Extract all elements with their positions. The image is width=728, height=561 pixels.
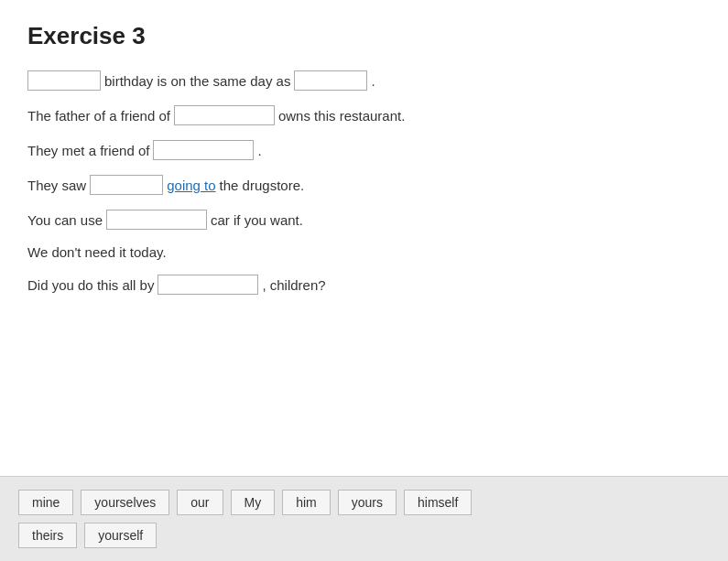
blank-s2-1[interactable] [174, 105, 275, 125]
page-title: Exercise 3 [27, 22, 701, 50]
sentence-7: Did you do this all by , children? [27, 275, 701, 295]
sentence-6: We don't need it today. [27, 244, 701, 260]
sentence-5: You can use car if you want. [27, 210, 701, 230]
text-s3-dot: . [257, 143, 261, 158]
text-s7-1: Did you do this all by [27, 277, 154, 293]
blank-s4-1[interactable] [90, 175, 163, 195]
main-content: Exercise 3 birthday is on the same day a… [0, 0, 728, 476]
sentence-4: They saw going to the drugstore. [27, 175, 701, 195]
text-s4-going: going to [167, 178, 215, 193]
text-s6: We don't need it today. [27, 244, 167, 260]
text-s4-1: They saw [27, 178, 86, 193]
sentence-1: birthday is on the same day as . [27, 70, 701, 91]
text-s1-1: birthday is on the same day as [104, 73, 290, 89]
text-s4-2: the drugstore. [220, 178, 305, 193]
text-s2-1: The father of a friend of [27, 108, 170, 124]
word-tile-yourself[interactable]: yourself [84, 523, 157, 548]
text-s5-2: car if you want. [211, 212, 303, 228]
word-tile-yours[interactable]: yours [338, 490, 397, 515]
word-tile-him[interactable]: him [282, 490, 331, 515]
word-tile-himself[interactable]: himself [404, 490, 472, 515]
blank-s3-1[interactable] [153, 140, 254, 160]
text-s5-1: You can use [27, 212, 103, 228]
blank-s1-2[interactable] [294, 70, 367, 91]
word-tile-theirs[interactable]: theirs [18, 523, 77, 548]
blank-s5-1[interactable] [106, 210, 207, 230]
blank-s1-1[interactable] [27, 70, 101, 91]
word-tile-my[interactable]: My [231, 490, 276, 515]
sentence-2: The father of a friend of owns this rest… [27, 105, 701, 125]
text-s3-1: They met a friend of [27, 143, 149, 158]
sentence-3: They met a friend of . [27, 140, 701, 160]
word-tile-mine[interactable]: mine [18, 490, 73, 515]
text-s2-2: owns this restaurant. [278, 108, 405, 124]
blank-s7-1[interactable] [158, 275, 258, 295]
word-tile-yourselves[interactable]: yourselves [81, 490, 169, 515]
text-s7-2: , children? [262, 277, 325, 293]
word-tile-our[interactable]: our [177, 490, 223, 515]
word-bank: mine yourselves our My him yours himself… [0, 476, 728, 561]
text-s1-dot: . [371, 73, 375, 89]
